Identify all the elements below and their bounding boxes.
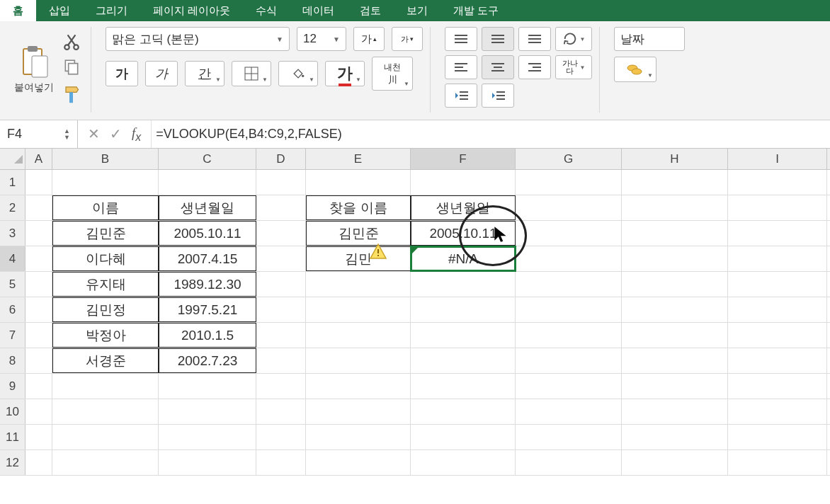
row-header-1[interactable]: 1 bbox=[0, 170, 25, 195]
cell[interactable] bbox=[728, 195, 827, 220]
cell[interactable] bbox=[25, 399, 52, 424]
cell[interactable]: 2010.1.5 bbox=[159, 323, 256, 348]
cancel-formula-button[interactable]: ✕ bbox=[88, 125, 100, 142]
cell[interactable] bbox=[622, 399, 728, 424]
cell[interactable] bbox=[622, 323, 728, 348]
cell[interactable] bbox=[622, 374, 728, 399]
cell[interactable]: 이름 bbox=[52, 195, 159, 220]
cell[interactable] bbox=[159, 399, 256, 424]
col-header-D[interactable]: D bbox=[256, 149, 306, 169]
cell[interactable] bbox=[256, 297, 306, 322]
cell[interactable] bbox=[256, 374, 306, 399]
cell[interactable] bbox=[306, 450, 411, 475]
cell[interactable]: 1989.12.30 bbox=[159, 272, 256, 297]
select-all-corner[interactable] bbox=[0, 149, 25, 169]
cell[interactable] bbox=[622, 221, 728, 246]
cell[interactable] bbox=[516, 272, 622, 297]
font-size-select[interactable]: 12 ▼ bbox=[297, 27, 346, 51]
align-middle-button[interactable] bbox=[482, 27, 514, 51]
cell[interactable] bbox=[728, 323, 827, 348]
cell[interactable] bbox=[256, 425, 306, 449]
align-left-button[interactable] bbox=[445, 55, 477, 79]
cut-button[interactable] bbox=[62, 32, 84, 52]
align-top-button[interactable] bbox=[445, 27, 477, 51]
cell[interactable]: 2005.10.11 bbox=[159, 221, 256, 246]
cell[interactable] bbox=[25, 323, 52, 348]
cell[interactable] bbox=[622, 195, 728, 220]
tab-insert[interactable]: 삽입 bbox=[36, 0, 83, 21]
cell[interactable] bbox=[411, 450, 516, 475]
number-format-select[interactable]: 날짜 bbox=[614, 27, 685, 51]
cell[interactable]: 박정아 bbox=[52, 323, 159, 348]
increase-indent-button[interactable] bbox=[482, 84, 514, 108]
cell[interactable]: 이다혜 bbox=[52, 246, 159, 271]
cell[interactable] bbox=[52, 450, 159, 475]
tab-review[interactable]: 검토 bbox=[347, 0, 394, 21]
row-header-7[interactable]: 7 bbox=[0, 323, 25, 348]
phonetic-guide-button[interactable]: 내천 川 ▼ bbox=[372, 57, 413, 91]
cell[interactable]: 2002.7.23 bbox=[159, 348, 256, 373]
cell[interactable] bbox=[256, 399, 306, 424]
cell[interactable] bbox=[728, 272, 827, 297]
cell[interactable] bbox=[306, 399, 411, 424]
cell[interactable] bbox=[516, 450, 622, 475]
cell[interactable]: 김민정 bbox=[52, 297, 159, 322]
cell[interactable] bbox=[728, 221, 827, 246]
cell[interactable] bbox=[306, 425, 411, 449]
cell[interactable] bbox=[516, 195, 622, 220]
cell[interactable] bbox=[52, 425, 159, 449]
tab-data[interactable]: 데이터 bbox=[290, 0, 347, 21]
decrease-font-button[interactable]: 가▾ bbox=[392, 27, 423, 51]
cell[interactable] bbox=[411, 374, 516, 399]
row-header-4[interactable]: 4 bbox=[0, 246, 25, 271]
cell[interactable]: 김민준 bbox=[306, 221, 411, 246]
format-painter-button[interactable] bbox=[62, 84, 84, 108]
cell[interactable] bbox=[622, 246, 728, 271]
currency-button[interactable]: ▼ bbox=[614, 57, 656, 82]
cell[interactable] bbox=[728, 374, 827, 399]
decrease-indent-button[interactable] bbox=[445, 84, 477, 108]
cell[interactable]: 생년월일 bbox=[159, 195, 256, 220]
row-header-11[interactable]: 11 bbox=[0, 425, 25, 449]
cell[interactable] bbox=[516, 221, 622, 246]
cell[interactable] bbox=[411, 323, 516, 348]
cell[interactable] bbox=[411, 272, 516, 297]
tab-home[interactable]: 홈 bbox=[0, 0, 36, 21]
cell[interactable] bbox=[516, 399, 622, 424]
cell[interactable] bbox=[306, 374, 411, 399]
cell[interactable] bbox=[159, 450, 256, 475]
tab-developer[interactable]: 개발 도구 bbox=[440, 0, 511, 21]
col-header-E[interactable]: E bbox=[306, 149, 411, 169]
row-header-3[interactable]: 3 bbox=[0, 221, 25, 246]
cell[interactable] bbox=[728, 348, 827, 373]
cell[interactable] bbox=[411, 399, 516, 424]
paste-button[interactable]: 붙여넣기 bbox=[14, 46, 54, 94]
row-header-6[interactable]: 6 bbox=[0, 297, 25, 322]
formula-input[interactable]: =VLOOKUP(E4,B4:C9,2,FALSE) bbox=[151, 120, 830, 148]
cell[interactable]: 서경준 bbox=[52, 348, 159, 373]
cell[interactable] bbox=[25, 170, 52, 195]
row-header-10[interactable]: 10 bbox=[0, 399, 25, 424]
cell[interactable] bbox=[306, 170, 411, 195]
cell[interactable] bbox=[25, 425, 52, 449]
cell[interactable] bbox=[516, 246, 622, 271]
row-header-5[interactable]: 5 bbox=[0, 272, 25, 297]
cell[interactable] bbox=[256, 450, 306, 475]
italic-button[interactable]: 가 bbox=[145, 61, 178, 86]
cell[interactable] bbox=[25, 246, 52, 271]
tab-draw[interactable]: 그리기 bbox=[83, 0, 140, 21]
cell[interactable] bbox=[25, 272, 52, 297]
cell[interactable] bbox=[728, 246, 827, 271]
cell[interactable] bbox=[411, 425, 516, 449]
enter-formula-button[interactable]: ✓ bbox=[110, 125, 122, 142]
cell[interactable] bbox=[25, 348, 52, 373]
col-header-H[interactable]: H bbox=[622, 149, 728, 169]
cell[interactable] bbox=[256, 348, 306, 373]
col-header-F[interactable]: F bbox=[411, 149, 516, 169]
cell[interactable] bbox=[256, 170, 306, 195]
cell[interactable] bbox=[516, 323, 622, 348]
col-header-C[interactable]: C bbox=[159, 149, 256, 169]
cell[interactable] bbox=[306, 323, 411, 348]
wrap-text-button[interactable]: 가나다 ▼ bbox=[555, 55, 592, 79]
cell[interactable] bbox=[411, 297, 516, 322]
